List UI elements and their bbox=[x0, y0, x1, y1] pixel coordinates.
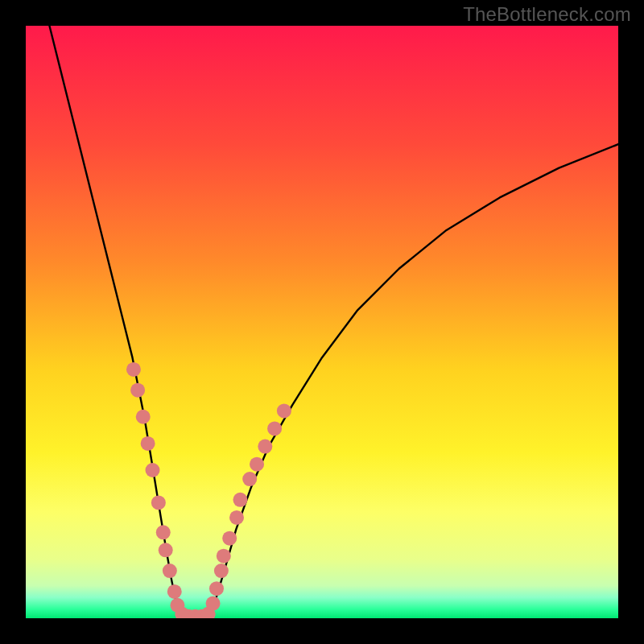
highlight-dot bbox=[267, 421, 282, 436]
highlight-dot bbox=[206, 597, 221, 611]
highlight-dot bbox=[242, 472, 257, 486]
highlight-dot bbox=[126, 362, 141, 377]
highlight-dot bbox=[209, 581, 224, 596]
highlight-dot bbox=[233, 493, 247, 507]
highlight-dot bbox=[214, 564, 229, 578]
highlight-dot bbox=[277, 403, 291, 418]
highlight-dot bbox=[163, 564, 177, 578]
highlight-dot bbox=[141, 436, 155, 451]
highlight-dot bbox=[159, 543, 173, 557]
highlight-dot bbox=[229, 510, 244, 525]
highlight-dot bbox=[146, 463, 160, 477]
highlight-dot bbox=[250, 457, 264, 472]
highlight-dot bbox=[167, 584, 182, 599]
gradient-background bbox=[26, 26, 618, 618]
highlight-dot bbox=[130, 383, 145, 398]
chart-frame: TheBottleneck.com bbox=[0, 0, 644, 644]
chart-svg bbox=[26, 26, 618, 618]
highlight-dot bbox=[222, 531, 237, 546]
highlight-dot bbox=[156, 525, 171, 539]
highlight-dot bbox=[217, 549, 231, 564]
plot-area bbox=[26, 26, 618, 618]
watermark-text: TheBottleneck.com bbox=[463, 3, 631, 26]
highlight-dot bbox=[258, 440, 272, 454]
highlight-dot bbox=[136, 410, 151, 424]
highlight-dot bbox=[151, 495, 166, 510]
